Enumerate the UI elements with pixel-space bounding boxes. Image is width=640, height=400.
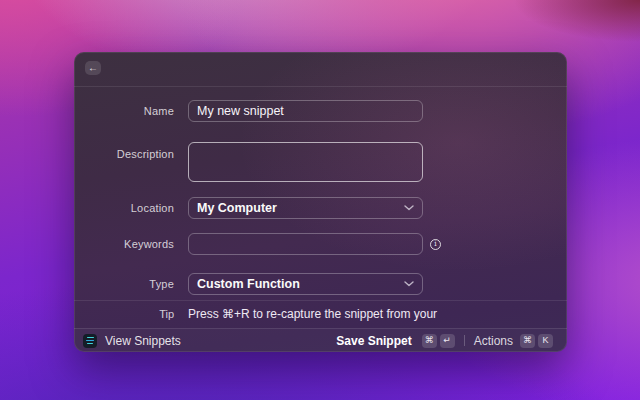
tip-label: Tip: [74, 308, 188, 320]
name-row: Name: [74, 100, 567, 122]
back-button[interactable]: ←: [85, 61, 101, 75]
tip-text: Press ⌘+R to re-capture the snippet from…: [188, 307, 437, 321]
back-arrow-icon: ←: [88, 63, 98, 73]
cmd-key-icon: ⌘: [520, 334, 535, 348]
save-snippet-button[interactable]: Save Snippet: [336, 334, 411, 348]
keywords-row: Keywords i: [74, 233, 567, 255]
footer-divider: [464, 335, 465, 346]
type-row: Type Custom Function: [74, 273, 567, 295]
type-value: Custom Function: [197, 277, 404, 291]
actions-button[interactable]: Actions: [474, 334, 513, 348]
name-label: Name: [74, 105, 188, 117]
window-header: ←: [74, 52, 567, 87]
k-key-icon: K: [538, 334, 553, 348]
location-dropdown[interactable]: My Computer: [188, 197, 423, 219]
action-bar: View Snippets Save Snippet ⌘ ↵ Actions ⌘…: [74, 328, 567, 352]
keywords-label: Keywords: [74, 238, 188, 250]
view-snippets-label: View Snippets: [105, 334, 181, 348]
description-row: Description: [74, 142, 567, 182]
create-snippet-window: ← Name Description Location My Computer: [74, 52, 567, 352]
snippet-form: Name Description Location My Computer: [74, 87, 567, 328]
location-row: Location My Computer: [74, 197, 567, 219]
keywords-input[interactable]: [188, 233, 423, 255]
return-key-icon: ↵: [440, 334, 455, 348]
description-textarea[interactable]: [188, 142, 423, 182]
info-icon[interactable]: i: [430, 239, 441, 250]
tip-row: Tip Press ⌘+R to re-capture the snippet …: [74, 301, 567, 327]
location-label: Location: [74, 202, 188, 214]
type-dropdown[interactable]: Custom Function: [188, 273, 423, 295]
location-value: My Computer: [197, 201, 404, 215]
name-input[interactable]: [188, 100, 423, 122]
cmd-key-icon: ⌘: [422, 334, 437, 348]
chevron-down-icon: [404, 281, 414, 287]
snippets-icon: [83, 334, 97, 348]
description-label: Description: [74, 142, 188, 160]
type-label: Type: [74, 278, 188, 290]
chevron-down-icon: [404, 205, 414, 211]
